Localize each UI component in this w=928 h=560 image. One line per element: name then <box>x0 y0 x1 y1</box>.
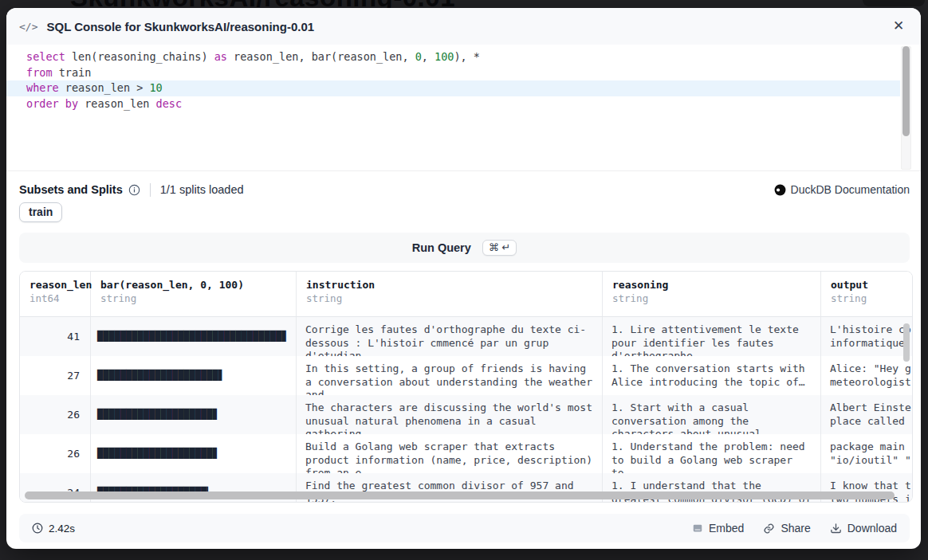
column-header-instruction[interactable]: instructionstring <box>297 272 603 316</box>
column-name: reason_len <box>29 279 81 291</box>
sql-editor-lines: select len(reasoning_chains) as reason_l… <box>6 49 900 112</box>
table-vertical-scrollbar[interactable] <box>903 323 910 362</box>
code-line-4[interactable]: order by reason_len desc <box>6 96 900 112</box>
column-type: int64 <box>29 292 81 304</box>
modal-title: SQL Console for SkunkworksAI/reasoning-0… <box>46 20 314 33</box>
cell-output: package main "io/ioutil" " <box>821 434 912 473</box>
cell-output: Alice: "Hey g meteorologist <box>821 356 912 395</box>
cell-instruction: Corrige les fautes d'orthographe du text… <box>297 317 603 356</box>
table-header-row: reason_lenint64bar(reason_len, 0, 100)st… <box>20 272 912 317</box>
footer-actions: EmbedShareDownload <box>692 522 897 535</box>
cell-instruction: The characters are discussing the world'… <box>297 395 603 434</box>
table-row[interactable]: 27█████████████████████▋In this setting,… <box>20 356 912 395</box>
cell-bar: ████████████████████████████████▊ <box>91 317 297 356</box>
column-header-reasoning[interactable]: reasoningstring <box>603 272 821 316</box>
embed-label: Embed <box>709 522 744 535</box>
results-table: reason_lenint64bar(reason_len, 0, 100)st… <box>19 271 913 503</box>
code-token: where <box>26 81 59 94</box>
cell-reasoning: 1. Understand the problem: need to build… <box>603 434 821 473</box>
cell-reasoning: 1. The conversation starts with Alice in… <box>603 356 821 395</box>
query-duration: 2.42s <box>32 523 75 535</box>
column-name: instruction <box>306 279 592 291</box>
share-icon <box>763 523 775 535</box>
cell-output: L'histoire co informatique <box>821 317 912 356</box>
embed-button[interactable]: Embed <box>692 522 744 535</box>
duckdb-logo-icon <box>774 184 786 196</box>
code-icon: </> <box>19 21 37 33</box>
split-chip-train[interactable]: train <box>19 202 62 222</box>
table-horizontal-scrollbar[interactable] <box>25 491 895 499</box>
code-token: desc <box>156 97 183 110</box>
share-label: Share <box>781 522 810 535</box>
code-token: , <box>422 50 435 63</box>
bar-visualization: ████████████████████████████████▊ <box>97 330 287 343</box>
results-footer: 2.42s EmbedShareDownload <box>19 514 910 542</box>
cell-reason-len: 26 <box>20 434 91 473</box>
column-header-reason_len[interactable]: reason_lenint64 <box>20 272 91 316</box>
code-token: ), * <box>454 50 480 63</box>
code-token: 100 <box>435 50 454 63</box>
sql-console-modal: </> SQL Console for SkunkworksAI/reasoni… <box>6 8 921 549</box>
download-label: Download <box>847 522 897 535</box>
code-token: order <box>26 97 59 110</box>
editor-scrollbar-thumb[interactable] <box>902 46 910 136</box>
bar-visualization: ████████████████████▊ <box>97 447 218 460</box>
close-icon[interactable]: ✕ <box>889 17 908 36</box>
column-header-output[interactable]: outputstring <box>821 272 912 316</box>
splits-loaded-status: 1/1 splits loaded <box>160 183 244 196</box>
column-type: string <box>831 292 902 304</box>
subsets-row: Subsets and Splits 1/1 splits loaded Duc… <box>19 181 910 198</box>
cell-instruction: In this setting, a group of friends is h… <box>297 356 603 395</box>
table-row[interactable]: 26████████████████████▊The characters ar… <box>20 395 912 434</box>
share-button[interactable]: Share <box>763 522 810 535</box>
code-line-2[interactable]: from train <box>6 65 900 81</box>
duckdb-documentation-link[interactable]: DuckDB Documentation <box>774 183 910 196</box>
info-icon[interactable] <box>128 184 140 196</box>
sql-editor[interactable]: select len(reasoning_chains) as reason_l… <box>6 45 921 171</box>
column-header-bar(reason_len, 0, 100)[interactable]: bar(reason_len, 0, 100)string <box>91 272 297 316</box>
column-name: reasoning <box>612 279 811 291</box>
code-token: reason_len <box>78 97 156 110</box>
column-name: bar(reason_len, 0, 100) <box>100 279 286 291</box>
download-icon <box>830 523 842 535</box>
query-duration-value: 2.42s <box>49 523 75 535</box>
cell-bar: ████████████████████▊ <box>91 434 297 473</box>
column-name: output <box>831 279 902 291</box>
cell-reason-len: 26 <box>20 395 91 434</box>
column-type: string <box>612 292 811 304</box>
modal-header: </> SQL Console for SkunkworksAI/reasoni… <box>6 8 921 45</box>
duckdb-documentation-label: DuckDB Documentation <box>791 183 910 196</box>
table-row[interactable]: 41████████████████████████████████▊Corri… <box>20 317 912 356</box>
code-line-1[interactable]: select len(reasoning_chains) as reason_l… <box>6 49 900 65</box>
cell-reason-len: 27 <box>20 356 91 395</box>
cell-bar: █████████████████████▋ <box>91 356 297 395</box>
code-line-3[interactable]: where reason_len > 10 <box>6 80 900 96</box>
keyboard-shortcut-badge: ⌘ ↵ <box>482 240 517 256</box>
run-query-button[interactable]: Run Query ⌘ ↵ <box>19 233 910 263</box>
cell-output: Albert Einste place called <box>821 395 912 434</box>
cell-reasoning: 1. Lire attentivement le texte pour iden… <box>603 317 821 356</box>
table-row[interactable]: 26████████████████████▊Build a Golang we… <box>20 434 912 473</box>
run-query-label: Run Query <box>412 241 471 254</box>
cell-bar: ████████████████████▊ <box>91 395 297 434</box>
bar-visualization: █████████████████████▋ <box>97 369 224 382</box>
subsets-label: Subsets and Splits <box>19 183 123 196</box>
code-token: reason_len > <box>59 81 150 94</box>
embed-icon <box>692 523 703 534</box>
cell-instruction: Build a Golang web scraper that extracts… <box>297 434 603 473</box>
code-token: by <box>65 97 78 110</box>
code-token: 10 <box>149 81 162 94</box>
code-token: as <box>214 50 227 63</box>
column-type: string <box>306 292 592 304</box>
code-token: 0 <box>415 50 422 63</box>
table-body: 41████████████████████████████████▊Corri… <box>20 317 912 503</box>
cell-reasoning: 1. Start with a casual conversation amon… <box>603 395 821 434</box>
code-token: train <box>53 66 92 79</box>
code-token: select <box>26 50 65 63</box>
code-token: len(reasoning_chains) <box>65 50 214 63</box>
backdrop-pill <box>863 0 925 6</box>
clock-icon <box>32 523 43 534</box>
download-button[interactable]: Download <box>830 522 897 535</box>
code-token: from <box>26 66 53 79</box>
bar-visualization: ████████████████████▊ <box>97 408 218 421</box>
